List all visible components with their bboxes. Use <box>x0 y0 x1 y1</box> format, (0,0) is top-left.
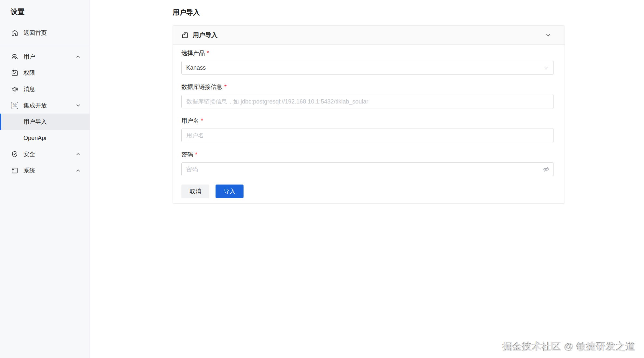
chevron-up-icon <box>75 168 81 173</box>
product-select[interactable]: Kanass <box>181 61 554 75</box>
collapse-chevron-down-icon[interactable] <box>545 32 552 38</box>
import-icon <box>181 32 189 39</box>
import-button[interactable]: 导入 <box>216 185 244 198</box>
sidebar-item-openapi[interactable]: OpenApi <box>0 130 90 146</box>
sidebar-item-label: 用户导入 <box>23 118 47 126</box>
required-asterisk: * <box>207 50 209 57</box>
field-username: 用户名 * <box>181 117 554 142</box>
sidebar-item-users[interactable]: 用户 <box>0 48 90 65</box>
field-product: 选择产品 * Kanass <box>181 49 554 75</box>
product-select-value: Kanass <box>186 64 206 71</box>
message-icon <box>11 85 19 93</box>
card-title: 用户导入 <box>193 31 217 39</box>
watermark: 掘金技术社区 @ 敏捷研发之道 <box>503 340 636 353</box>
sidebar-item-label: 安全 <box>23 150 35 158</box>
database-url-input[interactable] <box>181 95 554 108</box>
card-body: 选择产品 * Kanass 数据库链接信息 * <box>173 45 565 203</box>
card-header: 用户导入 <box>173 26 565 45</box>
chevron-up-icon <box>75 54 81 60</box>
required-asterisk: * <box>195 151 197 158</box>
sidebar-item-security[interactable]: 安全 <box>0 146 90 162</box>
permission-icon <box>11 69 19 77</box>
sidebar-item-home[interactable]: 返回首页 <box>0 25 90 41</box>
field-database: 数据库链接信息 * <box>181 83 554 108</box>
required-asterisk: * <box>224 84 227 90</box>
sidebar-item-label: 返回首页 <box>23 29 47 37</box>
system-icon <box>11 167 19 174</box>
page-title: 用户导入 <box>173 8 644 17</box>
sidebar-item-label: 用户 <box>23 53 35 61</box>
database-label: 数据库链接信息 * <box>181 83 554 91</box>
sidebar-item-label: OpenApi <box>23 135 46 142</box>
chevron-up-icon <box>75 151 81 157</box>
sidebar-item-permissions[interactable]: 权限 <box>0 65 90 81</box>
home-icon <box>11 29 19 37</box>
field-password: 密码 * <box>181 151 554 176</box>
password-label: 密码 * <box>181 151 554 158</box>
username-input[interactable] <box>181 129 554 142</box>
sidebar-item-label: 集成开放 <box>23 102 47 109</box>
required-asterisk: * <box>201 117 203 124</box>
user-import-card: 用户导入 选择产品 * Kanass <box>173 25 565 204</box>
main-content: 用户导入 用户导入 选择产品 <box>90 0 644 358</box>
sidebar-item-system[interactable]: 系统 <box>0 162 90 179</box>
sidebar-item-messages[interactable]: 消息 <box>0 81 90 97</box>
username-label: 用户名 * <box>181 117 554 125</box>
sidebar-title: 设置 <box>0 5 90 25</box>
app-window: 设置 返回首页 用户 <box>0 0 644 358</box>
cancel-button[interactable]: 取消 <box>181 185 209 198</box>
sidebar-item-user-import[interactable]: 用户导入 <box>0 114 90 130</box>
sidebar-item-label: 消息 <box>23 85 35 93</box>
eye-invisible-icon[interactable] <box>543 166 550 173</box>
integration-icon: ⌘ <box>11 102 19 109</box>
form-actions: 取消 导入 <box>181 185 554 198</box>
sidebar-item-integration[interactable]: ⌘ 集成开放 <box>0 97 90 114</box>
chevron-down-icon <box>75 103 81 108</box>
sidebar-divider <box>0 45 90 45</box>
sidebar: 设置 返回首页 用户 <box>0 0 90 358</box>
select-chevron-down-icon <box>543 65 549 71</box>
users-icon <box>11 53 19 61</box>
sidebar-item-label: 权限 <box>23 69 35 77</box>
password-input[interactable] <box>181 162 554 176</box>
sidebar-item-label: 系统 <box>23 167 35 174</box>
product-label: 选择产品 * <box>181 49 554 57</box>
security-icon <box>11 150 19 158</box>
